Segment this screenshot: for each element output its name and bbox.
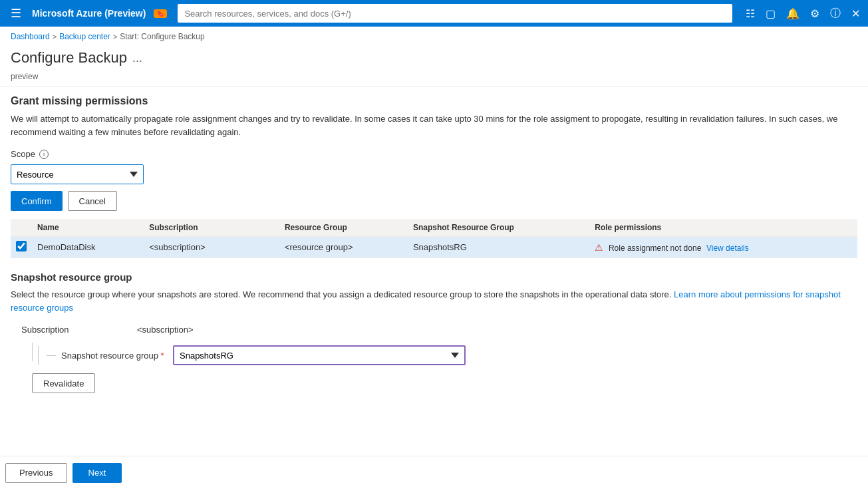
breadcrumb-backup-center[interactable]: Backup center	[59, 32, 110, 41]
breadcrumb-sep-2: >	[113, 33, 117, 41]
user-icon[interactable]: ✕	[849, 5, 863, 23]
scope-label: Scope	[11, 149, 35, 159]
col-snapshot-rg: Snapshot Resource Group	[408, 219, 589, 237]
tree-corner	[32, 352, 33, 361]
revalidate-button[interactable]: Revalidate	[32, 373, 95, 393]
portal-icon[interactable]: ☷	[743, 5, 758, 23]
col-role-permissions: Role permissions	[589, 219, 857, 237]
snapshot-desc-text: Select the resource group where your sna…	[11, 289, 674, 299]
permissions-table: Name Subscription Resource Group Snapsho…	[11, 219, 857, 258]
snapshot-section: Snapshot resource group Select the resou…	[11, 271, 857, 393]
settings-icon[interactable]: ⚙	[807, 5, 822, 23]
table-container: Name Subscription Resource Group Snapsho…	[11, 219, 857, 258]
sub-form-area: Subscription <subscription>	[11, 325, 857, 393]
col-resource-group: Resource Group	[279, 219, 408, 237]
row-checkbox[interactable]	[16, 241, 27, 251]
col-empty	[253, 219, 279, 237]
rg-label-select: Snapshot resource group * SnapshotsRG De…	[38, 343, 466, 365]
rg-row: Snapshot resource group * SnapshotsRG De…	[21, 343, 857, 365]
row-resource-group: <resource group>	[279, 237, 408, 258]
required-star: *	[161, 351, 164, 361]
breadcrumb-current: Start: Configure Backup	[120, 32, 204, 41]
tree-line-v2	[32, 352, 33, 361]
cancel-button[interactable]: Cancel	[68, 191, 117, 211]
help-icon[interactable]: ⓘ	[827, 4, 843, 23]
row-name: DemoDataDisk	[32, 237, 144, 258]
page-subtitle: preview	[0, 72, 868, 86]
revalidate-row: Revalidate	[32, 373, 857, 393]
snapshot-desc: Select the resource group where your sna…	[11, 288, 857, 314]
page-title-area: Configure Backup ...	[0, 47, 868, 72]
topbar: ☰ Microsoft Azure (Preview) 🔖 ☷ ▢ 🔔 ⚙ ⓘ …	[0, 0, 868, 27]
breadcrumb-sep-1: >	[53, 33, 57, 41]
role-status-text: Role assignment not done	[609, 244, 701, 253]
topbar-icons: ☷ ▢ 🔔 ⚙ ⓘ ✕	[743, 4, 863, 23]
tree-line-v	[32, 343, 33, 352]
snapshot-section-title: Snapshot resource group	[11, 271, 857, 283]
scope-info-icon[interactable]: i	[39, 150, 49, 159]
grant-section-title: Grant missing permissions	[11, 95, 857, 107]
table-row: DemoDataDisk <subscription> <resource gr…	[11, 237, 857, 258]
view-details-link[interactable]: View details	[706, 244, 749, 253]
title-divider	[0, 86, 868, 87]
cloud-shell-icon[interactable]: ▢	[763, 5, 778, 23]
col-subscription: Subscription	[144, 219, 253, 237]
snapshot-rg-select[interactable]: SnapshotsRG DefaultResourceGroup Another…	[173, 345, 466, 365]
page-title: Configure Backup	[11, 49, 127, 67]
preview-badge: 🔖	[154, 9, 167, 18]
breadcrumb: Dashboard > Backup center > Start: Confi…	[0, 27, 868, 47]
grant-description: We will attempt to automatically propaga…	[11, 112, 857, 138]
main-content: Grant missing permissions We will attemp…	[0, 95, 868, 393]
scope-select[interactable]: Resource Subscription Resource Group	[11, 164, 144, 184]
page-menu-icon[interactable]: ...	[132, 51, 142, 65]
tree-lines	[21, 343, 33, 361]
row-role-status: ⚠ Role assignment not done View details	[589, 237, 857, 258]
subscription-label: Subscription	[21, 325, 134, 335]
hamburger-icon[interactable]: ☰	[5, 3, 27, 23]
confirm-button[interactable]: Confirm	[11, 191, 63, 211]
tree-horiz	[47, 355, 56, 356]
breadcrumb-dashboard[interactable]: Dashboard	[11, 32, 50, 41]
col-name: Name	[32, 219, 144, 237]
col-checkbox	[11, 219, 32, 237]
row-checkbox-cell[interactable]	[11, 237, 32, 258]
subscription-value: <subscription>	[137, 325, 194, 335]
row-snapshot-rg: SnapshotsRG	[408, 237, 589, 258]
row-subscription: <subscription>	[144, 237, 253, 258]
subscription-row: Subscription <subscription>	[21, 325, 857, 335]
scope-row: Scope i	[11, 149, 857, 159]
search-input[interactable]	[178, 4, 732, 23]
tree-vert	[38, 346, 39, 365]
row-col3	[253, 237, 279, 258]
rg-label: Snapshot resource group *	[61, 351, 168, 361]
confirm-cancel-row: Confirm Cancel	[11, 191, 857, 211]
error-icon: ⚠	[595, 242, 603, 253]
app-title: Microsoft Azure (Preview)	[32, 8, 146, 19]
notification-icon[interactable]: 🔔	[784, 5, 802, 23]
